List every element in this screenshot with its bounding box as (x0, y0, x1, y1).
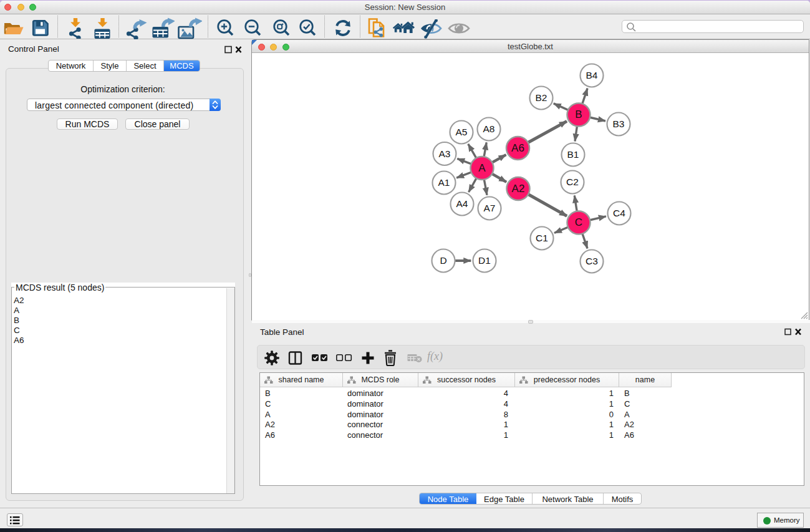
svg-text:B: B (575, 109, 582, 120)
svg-text:C: C (575, 216, 582, 228)
svg-text:A5: A5 (456, 127, 468, 137)
svg-text:B3: B3 (613, 118, 625, 129)
svg-text:C1: C1 (536, 233, 548, 243)
svg-text:A7: A7 (484, 203, 496, 213)
svg-text:B4: B4 (586, 70, 598, 80)
svg-text:A3: A3 (439, 148, 451, 159)
svg-text:A: A (478, 162, 486, 174)
svg-text:D1: D1 (478, 255, 491, 266)
svg-text:C2: C2 (566, 177, 579, 187)
svg-text:A4: A4 (456, 198, 468, 209)
svg-text:A8: A8 (483, 123, 495, 134)
svg-text:A1: A1 (438, 177, 450, 188)
svg-text:A6: A6 (511, 142, 524, 154)
svg-text:C4: C4 (613, 208, 625, 218)
svg-text:C3: C3 (586, 256, 598, 266)
svg-text:B2: B2 (536, 92, 547, 103)
svg-text:A2: A2 (512, 183, 525, 195)
svg-text:D: D (440, 255, 446, 266)
svg-text:B1: B1 (567, 149, 579, 160)
